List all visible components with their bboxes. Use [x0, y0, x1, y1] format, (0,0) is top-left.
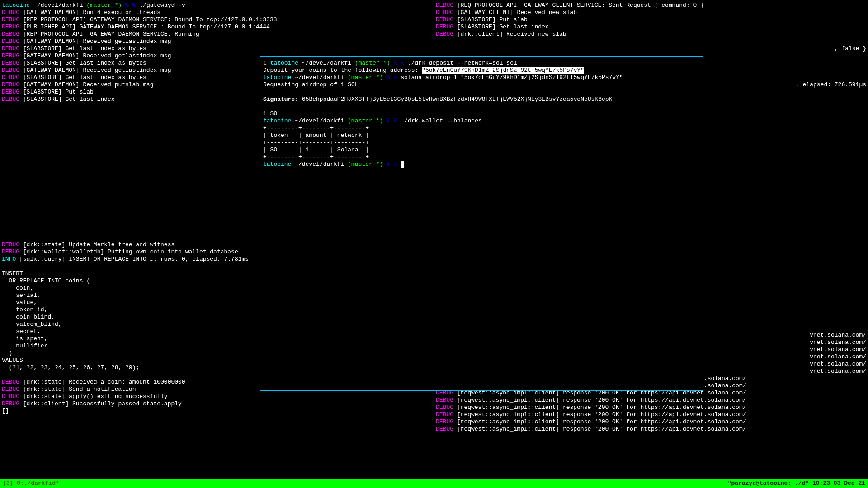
- log-line: DEBUG [PUBLISHER API] GATEWAY DAEMON SER…: [2, 23, 432, 31]
- signature-line: Signature: 65BehppdauP2HJXX3TTjByE5eL3Cy…: [263, 96, 700, 103]
- log-line: DEBUG [SLABSTORE] Get last index: [436, 23, 866, 31]
- log-line: DEBUG [SLABSTORE] Get last index as byte…: [2, 45, 432, 52]
- cursor-icon: [401, 161, 404, 168]
- log-line: DEBUG [drk::client] Successfully passed …: [2, 400, 432, 408]
- log-line: DEBUG [reqwest::async_impl::client] resp…: [436, 404, 866, 411]
- log-line: DEBUG [GATEWAY DAEMON] Run 4 executor th…: [2, 9, 432, 16]
- prompt-line-1: 1 tatooine ~/devel/darkfi (master *) % %…: [263, 60, 700, 67]
- table-border: +---------+--------+---------+: [263, 139, 700, 146]
- log-line: DEBUG [GATEWAY DAEMON] Received getlasti…: [2, 38, 432, 45]
- prompt-line-3: tatooine ~/devel/darkfi (master *) % % .…: [263, 117, 700, 125]
- status-left: [3] 0:./darkfid*: [3, 480, 59, 487]
- prompt-line: tatooine ~/devel/darkfi (master *) % % .…: [2, 2, 432, 9]
- log-line: DEBUG [reqwest::async_impl::client] resp…: [436, 418, 866, 426]
- sym: % %: [125, 2, 136, 9]
- log-line: DEBUG [SLABSTORE] Put slab: [436, 16, 866, 23]
- table-border: +---------+--------+---------+: [263, 125, 700, 132]
- table-row: | SOL | 1 | Solana |: [263, 146, 700, 154]
- log-line: DEBUG [REP PROTOCOL API] GATEWAY DAEMON …: [2, 31, 432, 38]
- log-line: DEBUG [REQ PROTOCOL API] GATEWAY CLIENT …: [436, 2, 866, 9]
- log-line: DEBUG [drk::state] apply() exiting succe…: [2, 393, 432, 400]
- log-line: DEBUG [drk::client] Received new slab: [436, 31, 866, 38]
- log-line: DEBUG [REP PROTOCOL API] GATEWAY DAEMON …: [2, 16, 432, 23]
- host: tatooine: [2, 2, 30, 9]
- log-line: DEBUG [reqwest::async_impl::client] resp…: [436, 411, 866, 418]
- tmux-statusbar: [3] 0:./darkfid* "parazyd@tatooine: ./d"…: [0, 479, 868, 488]
- cmd: ./gatewayd -v: [139, 2, 185, 9]
- deposit-address: "5ok7cEnGuY79KhD1mZj2SjdnSzT92tT5wqYE7k5…: [422, 67, 584, 74]
- path: ~/devel/darkfi: [33, 2, 83, 9]
- branch: (master *): [86, 2, 122, 9]
- log-line: DEBUG [reqwest::async_impl::client] resp…: [436, 426, 866, 433]
- deposit-line: Deposit your coins to the following addr…: [263, 67, 700, 74]
- prompt-line-2: tatooine ~/devel/darkfi (master *) % % s…: [263, 74, 700, 81]
- log-line: DEBUG [GATEWAY CLIENT] Received new slab: [436, 9, 866, 16]
- onesol: 1 SOL: [263, 110, 700, 117]
- prompt-line-4: tatooine ~/devel/darkfi (master *) % %: [263, 161, 700, 168]
- table-border: +---------+--------+---------+: [263, 154, 700, 161]
- airdrop-req: Requesting airdrop of 1 SOL: [263, 81, 700, 89]
- peek-false: , false }: [436, 45, 866, 52]
- last-line: []: [2, 408, 432, 415]
- log-line: DEBUG [reqwest::async_impl::client] resp…: [436, 397, 866, 404]
- floating-terminal[interactable]: 1 tatooine ~/devel/darkfi (master *) % %…: [260, 56, 703, 391]
- status-right: "parazyd@tatooine: ./d" 10:23 03-Dec-21: [728, 480, 865, 487]
- table-header: | token | amount | network |: [263, 132, 700, 139]
